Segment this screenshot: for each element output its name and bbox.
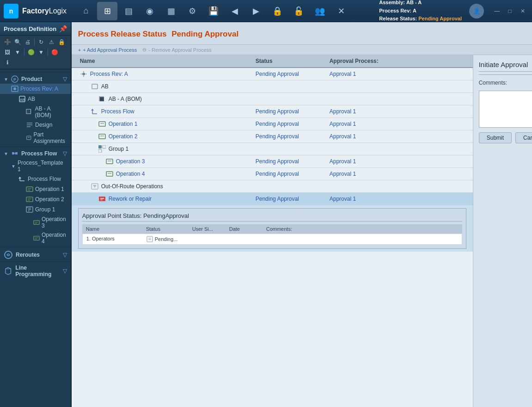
remove-approval-btn[interactable]: ⊖ - Remove Approval Process [142,47,211,53]
nav-home[interactable]: ⌂ [76,2,96,20]
svg-marker-34 [6,267,11,274]
row-approval-rework[interactable]: Approval 1 [328,195,429,203]
approval-point-title: Approval Point Status: PendingApproval [82,212,462,222]
bom-icon [26,108,33,116]
pf-scroll-down[interactable]: ▽ [63,150,67,157]
op4-icon [33,234,40,242]
toolbar-search[interactable]: 🔍 [13,37,22,47]
part-assign-icon [26,134,31,142]
row-approval-pf[interactable]: Approval 1 [328,107,429,116]
nav-grid[interactable]: ⊞ [97,2,117,20]
reroutes-scroll-down[interactable]: ▽ [63,252,67,258]
tree-item-process-flow[interactable]: Process Flow [0,174,71,184]
line-prog-section: Line Programming ▽ [0,261,71,278]
ap-status-icon [147,236,153,242]
toolbar-stop[interactable]: 🔴 [50,48,59,57]
row-name-op3: Operation 3 [78,157,254,166]
restore-button[interactable]: □ [504,6,515,17]
ap-col-user: User Si... [191,226,228,232]
line-prog-scroll-down[interactable]: ▽ [63,268,67,274]
assembly-info: Assembly: AB - A Process Rev: A Release … [379,0,462,23]
tree-item-ab-bom[interactable]: AB - A (BOM) [0,104,71,120]
row-status-rework: Pending Approval [254,195,328,203]
toolbar-drop[interactable]: ▼ [13,48,22,57]
app-logo: n [4,4,18,18]
nav-save[interactable]: 💾 [203,2,224,20]
row-approval-op3[interactable]: Approval 1 [328,157,429,166]
row-approval-op1[interactable]: Approval 1 [328,120,429,128]
svg-marker-48 [91,109,94,111]
reroutes-section-header[interactable]: Reroutes ▽ [0,247,71,260]
panel-title: Process Definition [4,25,56,32]
toolbar-warn[interactable]: ⚠ [47,37,56,47]
toolbar-refresh[interactable]: ↻ [37,37,46,47]
product-icon: P [11,75,18,83]
minimize-button[interactable]: — [491,6,502,17]
nav-lock2[interactable]: 🔓 [288,2,309,20]
user-avatar[interactable]: 👤 [469,4,484,18]
nav-layers[interactable]: ▤ [118,2,139,20]
nav-back[interactable]: ◀ [225,2,245,20]
col-status: Status [254,57,328,65]
close-button[interactable]: ✕ [517,6,528,17]
comments-textarea[interactable] [479,91,532,128]
row-op1-icon [98,120,106,128]
toolbar-green[interactable]: 🟢 [26,48,36,57]
reroutes-label[interactable]: Reroutes [4,250,40,259]
tree-item-part-assignments[interactable]: Part Assignments [0,130,71,146]
nav-settings[interactable]: ⚙ [182,2,202,20]
toolbar-add[interactable]: ➕ [3,37,12,47]
line-prog-section-header[interactable]: Line Programming ▽ [0,261,71,278]
process-flow-label[interactable]: ▼ Process Flow [4,150,57,157]
svg-rect-14 [15,152,18,154]
row-approval-process-rev[interactable]: Approval 1 [328,70,429,78]
row-approval-op2[interactable]: Approval 1 [328,132,429,141]
window-controls: — □ ✕ [491,6,528,17]
nav-display[interactable]: ▦ [161,2,181,20]
toolbar-print[interactable]: 🖨 [23,37,32,47]
svg-marker-18 [18,177,21,179]
svg-text:AB: AB [20,98,25,102]
row-out-route-icon [91,183,98,190]
row-name-op4: Operation 4 [78,169,254,179]
pin-button[interactable]: 📌 [59,25,67,32]
row-pf-icon [91,108,98,115]
ap-table-header: Name Status User Si... Date Comments: [82,224,462,234]
nav-forward[interactable]: ▶ [246,2,266,20]
tree-item-design[interactable]: Design [0,120,71,130]
ap-row-status: Pending... [146,235,192,243]
tree-item-ab[interactable]: AB AB [0,94,71,104]
cancel-button[interactable]: Cancel [515,132,532,143]
line-prog-label[interactable]: Line Programming [4,265,63,278]
tree-item-op4[interactable]: Operation 4 [0,230,71,246]
toolbar-info[interactable]: ℹ [3,58,12,67]
toolbar-img[interactable]: 🖼 [3,48,12,57]
toolbar-lock[interactable]: 🔒 [57,37,66,47]
tree-item-group1[interactable]: Group 1 [0,204,71,215]
add-approval-btn[interactable]: + + Add Approval Process [78,47,137,53]
tree-item-op3[interactable]: Operation 3 [0,215,71,230]
row-name-op1: Operation 1 [78,119,254,129]
row-op3-icon [106,158,113,165]
initiate-panel: Initiate Approval Comments: Submit Cance… [473,55,532,407]
toolbar-dropdown2[interactable]: ▼ [37,48,46,57]
product-scroll-down[interactable]: ▽ [63,76,67,82]
row-approval-op4[interactable]: Approval 1 [328,170,429,178]
process-rev-icon [11,85,18,92]
submit-button[interactable]: Submit [479,132,512,143]
product-label[interactable]: ▼ P Product [4,75,42,83]
table-row: Process Rev: A Pending Approval Approval… [72,68,473,80]
nav-users[interactable]: 👥 [310,2,330,20]
tree-item-op1[interactable]: Operation 1 [0,184,71,194]
nav-lock[interactable]: 🔒 [267,2,287,20]
nav-toolbar: ⌂ ⊞ ▤ ◉ ▦ ⚙ 💾 ◀ ▶ 🔒 🔓 👥 ✕ [76,2,351,20]
process-flow-section-header[interactable]: ▼ Process Flow ▽ [0,147,71,158]
nav-close-x[interactable]: ✕ [331,2,351,20]
nav-globe[interactable]: ◉ [140,2,160,20]
process-flow-section: ▼ Process Flow ▽ ▼ Process_Template 1 Pr… [0,147,71,246]
tree-item-op2[interactable]: Operation 2 [0,194,71,204]
op1-icon [26,185,33,193]
ap-row-user [192,235,229,243]
tree-item-process-rev-a[interactable]: Process Rev: A [0,84,71,94]
product-section-header[interactable]: ▼ P Product ▽ [0,72,71,84]
